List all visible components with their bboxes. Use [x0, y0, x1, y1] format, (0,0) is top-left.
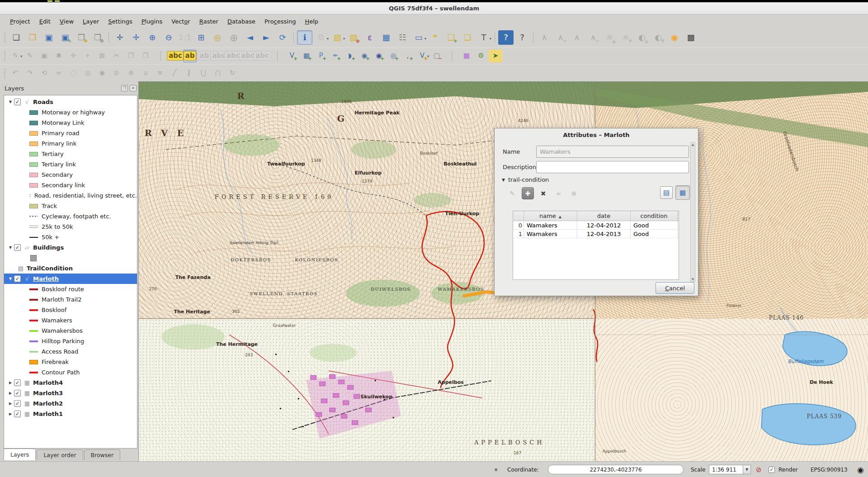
toolbar-button[interactable]: ◄	[242, 30, 258, 45]
toolbar-button[interactable]: ▦	[460, 50, 473, 62]
layer-tree-row[interactable]: Wamakers	[4, 315, 137, 326]
toolbar-button[interactable]: ◐ ▼	[651, 30, 666, 45]
crs-status-button[interactable]: ◉	[857, 462, 864, 477]
expand-arrow-icon[interactable]: ▶	[7, 401, 14, 406]
toolbar-button[interactable]: ◗ +	[343, 50, 357, 62]
toolbar-button[interactable]: 1:1	[177, 30, 193, 45]
layer-tree-row[interactable]: Secondary link	[4, 180, 137, 190]
scroll-up-icon[interactable]: ▲	[691, 143, 695, 146]
cell-date[interactable]: 12-04-2013	[577, 230, 631, 238]
layer-tree-row[interactable]: Track	[4, 201, 137, 211]
toolbar-button[interactable]: ❐ ✱	[74, 30, 89, 45]
header-date[interactable]: date	[577, 211, 631, 221]
cell-condition[interactable]: Good	[631, 230, 678, 238]
layer-tree-row[interactable]: Secondary	[4, 170, 137, 180]
toolbar-button[interactable]: abc	[212, 50, 226, 62]
toolbar-button[interactable]: , +	[401, 50, 415, 62]
toolbar-button[interactable]: ◉	[95, 67, 109, 80]
toolbar-button[interactable]: ⚙	[474, 50, 488, 62]
toolbar-button[interactable]: ╱	[168, 67, 181, 80]
view-toggle-button[interactable]: ▦	[675, 185, 690, 200]
expand-arrow-icon[interactable]: ▶	[7, 391, 14, 395]
toolbar-button[interactable]: ab	[198, 50, 211, 62]
toolbar-button[interactable]: ∥	[182, 67, 196, 80]
layer-checkbox[interactable]	[14, 99, 21, 105]
layer-tree-row[interactable]: Hilltop Parking	[4, 336, 137, 346]
toolbar-button[interactable]: abc	[169, 50, 182, 62]
cancel-button[interactable]: Cancel	[656, 282, 694, 294]
toolbar-button[interactable]: ∧ ↔	[553, 30, 568, 45]
menu-item[interactable]: Processing	[260, 14, 300, 28]
toolbar-button[interactable]: ▣	[41, 30, 57, 45]
layer-checkbox[interactable]	[14, 379, 21, 386]
toolbar-button[interactable]: ⊘	[110, 67, 123, 80]
layer-checkbox[interactable]	[14, 390, 21, 397]
relation-tool-button[interactable]: ⊛	[568, 187, 580, 199]
toolbar-button[interactable]: ⋂	[211, 67, 225, 80]
toolbar-button[interactable]: ≈	[52, 67, 66, 80]
toolbar-button[interactable]: ✎	[23, 50, 37, 62]
toolbar-button[interactable]: ✛	[128, 30, 144, 45]
toolbar-button[interactable]: ▦	[378, 30, 394, 45]
toolbar-button[interactable]: ❒	[25, 30, 40, 45]
layer-tree-row[interactable]: Primary link	[4, 138, 137, 149]
extents-toggle[interactable]: ⌖	[494, 462, 498, 477]
layer-tree-row[interactable]: ▶ ▦ Marloth4	[4, 378, 137, 388]
layer-tree-row[interactable]: Boskloof route	[4, 284, 137, 294]
layer-tree-row[interactable]: Contour Path	[4, 367, 137, 378]
toolbar-button[interactable]: ↻	[226, 67, 239, 80]
toolbar-button[interactable]: ⟳	[275, 30, 290, 45]
toolbar-button[interactable]: ▧	[330, 30, 345, 45]
toolbar-button[interactable]: abc	[241, 50, 255, 62]
toolbar-button[interactable]	[107, 30, 111, 45]
toolbar-button[interactable]: T	[476, 30, 491, 45]
scale-dropdown-icon[interactable]: ▼	[743, 465, 751, 474]
layer-checkbox[interactable]	[14, 275, 21, 282]
layer-checkbox[interactable]	[14, 244, 21, 251]
toolbar-button[interactable]: ◉ +	[358, 50, 371, 62]
toolbar-button[interactable]: ℹ	[297, 30, 312, 45]
cell-condition[interactable]: Good	[631, 221, 678, 229]
toolbar-button[interactable]	[154, 50, 167, 62]
header-name[interactable]: name▲	[524, 211, 577, 221]
toolbar-button[interactable]: ⊗	[124, 67, 138, 80]
toolbar-button[interactable]: ✱	[52, 50, 66, 62]
trail-condition-section-header[interactable]: ▼ trail-condition	[502, 176, 549, 183]
layer-tree-row[interactable]: ▼ √ Roads	[4, 97, 137, 107]
layer-tree-row[interactable]: ▼ √ Marloth	[4, 274, 137, 284]
menu-item[interactable]: Edit	[35, 14, 55, 28]
scroll-down-icon[interactable]: ▼	[691, 278, 695, 281]
menu-item[interactable]: Plugins	[137, 14, 167, 28]
menu-item[interactable]: Raster	[195, 14, 223, 28]
toolbar-grip[interactable]	[3, 33, 7, 43]
relation-tool-button[interactable]: ✖	[537, 187, 549, 199]
toolbar-button[interactable]: ⚙	[313, 30, 329, 45]
scale-value[interactable]: 1:36 911	[709, 465, 743, 474]
relation-tool-button[interactable]: ✚	[522, 187, 534, 199]
toolbar-button[interactable]: ✎	[9, 50, 22, 62]
layer-tree-row[interactable]: ▶ ▦ Marloth2	[4, 398, 137, 409]
menu-item[interactable]: Layer	[78, 14, 104, 28]
layer-tree-row[interactable]: 25k to 50k	[4, 222, 137, 232]
toolbar-button[interactable]: V ✱	[415, 50, 429, 62]
toolbar-button[interactable]: abc	[226, 50, 240, 62]
expand-arrow-icon[interactable]: ▼	[7, 100, 14, 104]
layer-tree-row[interactable]	[4, 253, 137, 263]
toolbar-button[interactable]: ⊕	[145, 30, 160, 45]
toolbar-button[interactable]: ❐	[124, 50, 138, 62]
toolbar-button[interactable]: ◎	[81, 67, 94, 80]
toolbar-button[interactable]	[270, 50, 284, 62]
toolbar-button[interactable]: ⊞	[193, 30, 209, 45]
toolbar-button[interactable]: ☷	[395, 30, 410, 45]
expand-arrow-icon[interactable]: ▼	[7, 246, 14, 250]
toolbar-button[interactable]: ✂	[110, 50, 123, 62]
layer-tree-row[interactable]: ▶ ▦ Marloth3	[4, 388, 137, 398]
toolbar-button[interactable]: ⊖	[161, 30, 176, 45]
toolbar-button[interactable]: ➤	[489, 50, 502, 62]
toolbar-button[interactable]: ❐ ⚙	[90, 30, 105, 45]
toolbar-button[interactable]: ⋃	[197, 67, 210, 80]
stop-rendering-button[interactable]: ⊘	[756, 462, 762, 477]
toolbar-button[interactable]: ▩	[683, 30, 698, 45]
toolbar-button[interactable]: ▧ ⊘	[346, 30, 361, 45]
toolbar-button[interactable]: abc	[255, 50, 269, 62]
